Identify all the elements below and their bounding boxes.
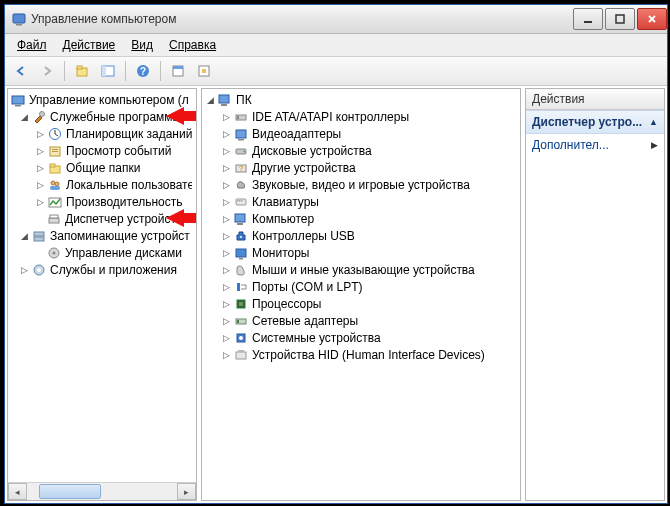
device-category[interactable]: ▷Сетевые адаптеры [202, 312, 520, 329]
tree-label: Производительность [66, 195, 182, 209]
tree-label: Локальные пользовате [66, 178, 192, 192]
device-icon [233, 245, 249, 261]
tree-item-eventviewer[interactable]: ▷ Просмотр событий [8, 142, 196, 159]
minimize-button[interactable] [573, 8, 603, 30]
tree-item-sharedfolders[interactable]: ▷ Общие папки [8, 159, 196, 176]
device-category[interactable]: ▷Клавиатуры [202, 193, 520, 210]
svg-rect-27 [50, 215, 58, 218]
scroll-thumb[interactable] [39, 484, 101, 499]
tree-item-diskmgmt[interactable]: Управление дисками [8, 244, 196, 261]
expand-icon[interactable]: ▷ [220, 298, 232, 310]
collapse-icon[interactable]: ◢ [18, 111, 30, 123]
menu-help[interactable]: Справка [161, 36, 224, 54]
device-category[interactable]: ▷Порты (COM и LPT) [202, 278, 520, 295]
tree-item-performance[interactable]: ▷ Производительность [8, 193, 196, 210]
expand-icon[interactable]: ▷ [220, 196, 232, 208]
tree-item-scheduler[interactable]: ▷ Планировщик заданий [8, 125, 196, 142]
device-icon [233, 143, 249, 159]
device-category[interactable]: ▷Компьютер [202, 210, 520, 227]
menu-action[interactable]: Действие [55, 36, 124, 54]
tree-label: Служебные программы [50, 110, 181, 124]
expand-icon[interactable]: ▷ [220, 162, 232, 174]
device-root[interactable]: ◢ ПК [202, 91, 520, 108]
show-hide-tree-button[interactable] [96, 59, 120, 83]
expand-icon[interactable]: ▷ [220, 247, 232, 259]
expand-icon[interactable]: ▷ [220, 332, 232, 344]
device-category[interactable]: ▷Видеоадаптеры [202, 125, 520, 142]
svg-point-22 [51, 181, 55, 185]
svg-rect-37 [237, 116, 239, 119]
tree-item-localusers[interactable]: ▷ Локальные пользовате [8, 176, 196, 193]
expand-icon[interactable]: ▷ [34, 179, 46, 191]
expand-icon[interactable]: ▷ [34, 145, 46, 157]
toolbar-separator [160, 61, 161, 81]
horizontal-scrollbar[interactable]: ◂ ▸ [8, 482, 196, 500]
app-icon [11, 11, 27, 27]
device-category[interactable]: ▷Процессоры [202, 295, 520, 312]
forward-button[interactable] [35, 59, 59, 83]
refresh-button[interactable] [192, 59, 216, 83]
svg-rect-46 [239, 200, 241, 202]
expand-icon[interactable]: ▷ [220, 179, 232, 191]
performance-icon [47, 194, 63, 210]
device-category[interactable]: ▷IDE ATA/ATAPI контроллеры [202, 108, 520, 125]
expand-icon[interactable]: ▷ [18, 264, 30, 276]
device-icon [233, 109, 249, 125]
device-icon [233, 126, 249, 142]
tree-group-storage[interactable]: ◢ Запоминающие устройст [8, 227, 196, 244]
svg-rect-51 [236, 249, 246, 257]
expand-icon[interactable]: ▷ [34, 162, 46, 174]
expand-icon[interactable]: ▷ [220, 213, 232, 225]
pc-icon [217, 92, 233, 108]
svg-rect-53 [237, 283, 240, 291]
collapse-icon[interactable]: ◢ [18, 230, 30, 242]
help-button[interactable]: ? [131, 59, 155, 83]
tree-label: Сетевые адаптеры [252, 314, 358, 328]
device-icon [233, 228, 249, 244]
close-button[interactable] [637, 8, 667, 30]
expand-icon[interactable]: ▷ [220, 315, 232, 327]
device-category[interactable]: ▷Мыши и иные указывающие устройства [202, 261, 520, 278]
svg-rect-52 [239, 258, 243, 260]
expand-icon[interactable]: ▷ [34, 196, 46, 208]
tree-label: Звуковые, видео и игровые устройства [252, 178, 470, 192]
device-category[interactable]: ▷?Другие устройства [202, 159, 520, 176]
expand-icon[interactable]: ▷ [220, 128, 232, 140]
actions-more-link[interactable]: Дополнител... ▶ [526, 134, 664, 156]
expand-icon[interactable]: ▷ [220, 349, 232, 361]
actions-section[interactable]: Диспетчер устро... ▲ [526, 110, 664, 134]
scroll-right-button[interactable]: ▸ [177, 483, 196, 500]
expand-icon[interactable]: ▷ [220, 145, 232, 157]
menu-view[interactable]: Вид [123, 36, 161, 54]
device-category[interactable]: ▷Контроллеры USB [202, 227, 520, 244]
expand-icon[interactable]: ▷ [34, 128, 46, 140]
actions-header: Действия [526, 89, 664, 110]
back-button[interactable] [9, 59, 33, 83]
properties-button[interactable] [166, 59, 190, 83]
svg-rect-13 [12, 96, 24, 104]
menu-file[interactable]: Файл [9, 36, 55, 54]
device-category[interactable]: ▷Устройства HID (Human Interface Devices… [202, 346, 520, 363]
tree-group-services[interactable]: ▷ Службы и приложения [8, 261, 196, 278]
tree-label: Дисковые устройства [252, 144, 372, 158]
scroll-track[interactable] [27, 483, 177, 500]
expand-icon[interactable]: ▷ [220, 281, 232, 293]
device-category[interactable]: ▷Звуковые, видео и игровые устройства [202, 176, 520, 193]
maximize-button[interactable] [605, 8, 635, 30]
device-category[interactable]: ▷Системные устройства [202, 329, 520, 346]
tree-root[interactable]: Управление компьютером (л [8, 91, 196, 108]
expand-icon[interactable]: ▷ [220, 230, 232, 242]
tree-label: Компьютер [252, 212, 314, 226]
scroll-left-button[interactable]: ◂ [8, 483, 27, 500]
collapse-icon[interactable]: ◢ [204, 94, 216, 106]
toolbar: ? [5, 57, 667, 86]
device-category[interactable]: ▷Мониторы [202, 244, 520, 261]
svg-rect-26 [49, 218, 59, 223]
expand-icon[interactable]: ▷ [220, 264, 232, 276]
storage-icon [31, 228, 47, 244]
window: Управление компьютером Файл Действие Вид… [4, 4, 668, 504]
device-category[interactable]: ▷Дисковые устройства [202, 142, 520, 159]
toolbar-separator [64, 61, 65, 81]
expand-icon[interactable]: ▷ [220, 111, 232, 123]
up-button[interactable] [70, 59, 94, 83]
